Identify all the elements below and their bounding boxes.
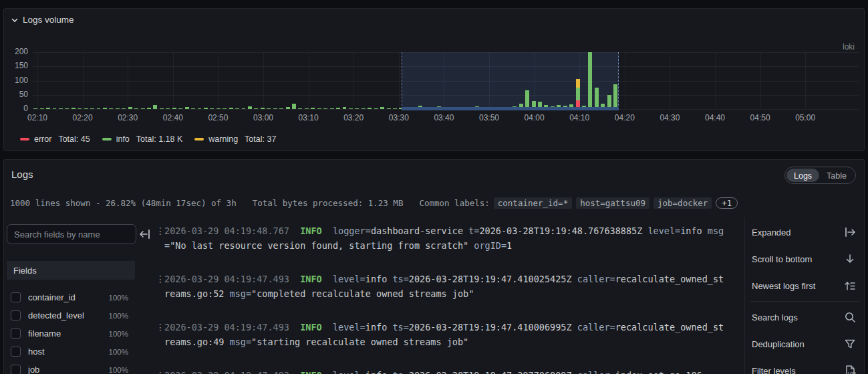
volume-bar[interactable] <box>216 108 221 109</box>
volume-bar[interactable] <box>380 107 384 109</box>
volume-bar[interactable] <box>90 108 94 109</box>
volume-bar[interactable] <box>122 108 126 109</box>
volume-bar[interactable] <box>248 106 252 109</box>
volume-bar[interactable] <box>374 108 378 109</box>
control-newest-logs-first[interactable]: Newest logs first <box>745 272 865 299</box>
y-tick-label: 200 <box>4 47 28 56</box>
volume-bar[interactable] <box>166 108 170 109</box>
volume-bar[interactable] <box>368 108 372 109</box>
control-filter-levels[interactable]: Filter levelsLOG <box>745 357 865 374</box>
control-search-logs[interactable]: Search logs <box>745 304 865 331</box>
volume-bar[interactable] <box>128 107 132 109</box>
collapse-fields-sidebar-button[interactable] <box>138 227 152 241</box>
volume-bar[interactable] <box>267 108 271 109</box>
field-row-filename[interactable]: filename100% <box>7 324 135 343</box>
volume-bar[interactable] <box>343 107 347 109</box>
volume-bar[interactable] <box>588 52 592 109</box>
volume-bar[interactable] <box>292 104 296 109</box>
volume-bar[interactable] <box>286 107 290 109</box>
volume-bar[interactable] <box>305 108 309 109</box>
volume-bar[interactable] <box>97 108 101 109</box>
volume-bar[interactable] <box>134 108 138 109</box>
field-checkbox[interactable] <box>11 329 21 339</box>
volume-bar[interactable] <box>254 108 258 109</box>
volume-bar[interactable] <box>210 108 214 109</box>
search-fields-input[interactable] <box>7 224 136 244</box>
volume-bar[interactable] <box>198 108 202 109</box>
field-checkbox[interactable] <box>11 292 21 302</box>
volume-bar[interactable] <box>576 79 580 109</box>
volume-bar[interactable] <box>311 108 315 109</box>
volume-bar[interactable] <box>78 108 82 109</box>
volume-bar[interactable] <box>153 105 157 109</box>
legend-item-error[interactable]: errorTotal: 45 <box>20 134 90 144</box>
kebab-menu-icon[interactable]: ⋮ <box>156 223 164 238</box>
kebab-menu-icon[interactable]: ⋮ <box>156 320 164 335</box>
control-scroll-to-bottom[interactable]: Scroll to bottom <box>745 246 865 272</box>
volume-bar[interactable] <box>279 108 283 109</box>
time-range-selection[interactable] <box>402 52 619 109</box>
volume-bar[interactable] <box>349 108 353 109</box>
logs-volume-collapse[interactable]: Logs volume <box>11 15 74 25</box>
volume-bar[interactable] <box>160 108 164 109</box>
volume-bar[interactable] <box>242 108 246 109</box>
volume-bar[interactable] <box>204 108 208 109</box>
volume-bar[interactable] <box>172 108 176 109</box>
volume-bar[interactable] <box>53 108 57 109</box>
volume-bar[interactable] <box>273 108 277 109</box>
volume-bar[interactable] <box>525 90 529 109</box>
log-row[interactable]: ⋮2026-03-29 04:19:47.493 INFO level=info… <box>164 320 724 349</box>
volume-bar[interactable] <box>323 108 327 109</box>
volume-bar[interactable] <box>595 88 599 109</box>
log-row[interactable]: ⋮2026-03-29 04:19:48.767 INFO logger=das… <box>164 223 724 253</box>
view-toggle-table[interactable]: Table <box>819 169 854 182</box>
more-labels-badge[interactable]: +1 <box>716 197 738 209</box>
volume-bar[interactable] <box>613 84 617 109</box>
log-row[interactable]: ⋮2026-03-29 04:19:47.493 INFO level=info… <box>164 272 724 301</box>
volume-bar[interactable] <box>298 108 302 109</box>
volume-bar[interactable] <box>330 108 334 109</box>
field-row-host[interactable]: host100% <box>7 343 135 361</box>
field-row-job[interactable]: job100% <box>7 361 135 374</box>
volume-bar[interactable] <box>116 108 120 109</box>
volume-bar[interactable] <box>317 108 321 109</box>
volume-bar[interactable] <box>361 108 366 109</box>
volume-bar[interactable] <box>355 108 359 109</box>
field-row-detected_level[interactable]: detected_level100% <box>7 306 135 324</box>
volume-bar[interactable] <box>109 108 113 109</box>
field-row-container_id[interactable]: container_id100% <box>7 288 135 306</box>
volume-bar[interactable] <box>393 108 397 109</box>
legend-item-info[interactable]: infoTotal: 1.18 K <box>102 134 183 144</box>
volume-bar[interactable] <box>33 108 37 109</box>
volume-bar[interactable] <box>71 108 76 109</box>
field-checkbox[interactable] <box>11 347 21 357</box>
volume-bar[interactable] <box>261 108 265 109</box>
volume-bar[interactable] <box>46 108 50 109</box>
volume-bar[interactable] <box>103 108 107 109</box>
field-checkbox[interactable] <box>11 365 21 374</box>
view-toggle-logs[interactable]: Logs <box>786 169 819 182</box>
volume-bar[interactable] <box>65 108 69 109</box>
logs-volume-chart[interactable] <box>33 52 859 109</box>
control-deduplication[interactable]: Deduplication <box>745 331 865 357</box>
volume-bar[interactable] <box>191 108 195 109</box>
control-label: Search logs <box>752 312 798 322</box>
volume-bar[interactable] <box>229 108 233 109</box>
log-row[interactable]: ⋮2026-03-29 04:19:47.493 INFO level=info… <box>164 368 724 374</box>
control-expanded[interactable]: Expanded <box>745 219 865 246</box>
volume-bar[interactable] <box>235 108 239 109</box>
volume-bar[interactable] <box>387 108 391 109</box>
volume-bar[interactable] <box>59 108 63 109</box>
volume-bar[interactable] <box>223 108 227 109</box>
field-checkbox[interactable] <box>11 310 21 320</box>
volume-bar[interactable] <box>141 108 145 109</box>
volume-bar[interactable] <box>84 108 88 109</box>
volume-bar[interactable] <box>40 108 44 109</box>
volume-bar[interactable] <box>178 108 182 109</box>
legend-item-warning[interactable]: warningTotal: 37 <box>194 134 276 144</box>
volume-bar[interactable] <box>336 108 340 109</box>
volume-bar[interactable] <box>185 107 189 109</box>
kebab-menu-icon[interactable]: ⋮ <box>156 368 164 374</box>
volume-bar[interactable] <box>147 108 151 109</box>
kebab-menu-icon[interactable]: ⋮ <box>156 272 164 286</box>
